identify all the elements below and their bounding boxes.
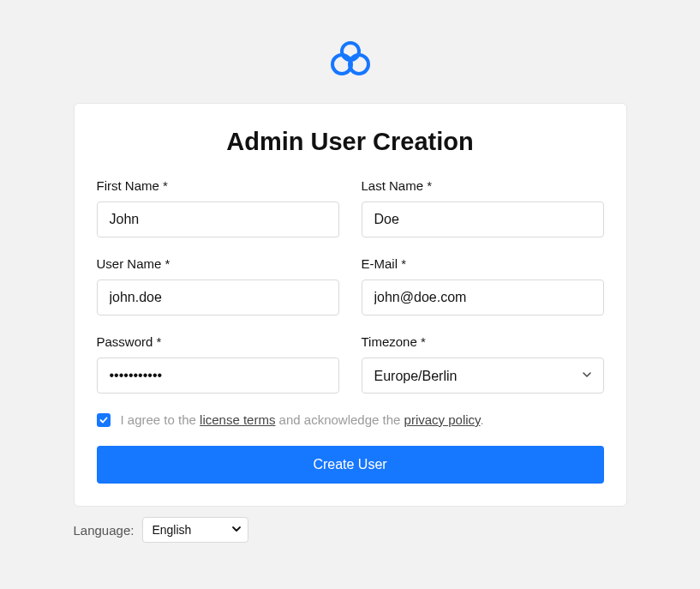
agreement-text: I agree to the license terms and acknowl… (121, 412, 484, 427)
cloud-logo-icon (326, 34, 374, 82)
agreement-checkbox[interactable] (97, 413, 111, 427)
page-title: Admin User Creation (97, 128, 604, 156)
timezone-label: Timezone * (362, 334, 604, 349)
last-name-input[interactable] (362, 201, 604, 237)
admin-user-creation-card: Admin User Creation First Name * Last Na… (74, 103, 627, 507)
email-label: E-Mail * (362, 256, 604, 271)
user-name-label: User Name * (97, 256, 339, 271)
license-terms-link[interactable]: license terms (200, 412, 275, 427)
last-name-label: Last Name * (362, 178, 604, 193)
agreement-prefix: I agree to the (121, 412, 200, 427)
password-label: Password * (97, 334, 339, 349)
language-select[interactable]: English (142, 517, 248, 543)
first-name-label: First Name * (97, 178, 339, 193)
privacy-policy-link[interactable]: privacy policy (404, 412, 481, 427)
email-input[interactable] (362, 279, 604, 316)
create-user-button[interactable]: Create User (97, 446, 604, 484)
language-label: Language: (74, 523, 135, 538)
agreement-middle: and acknowledge the (275, 412, 404, 427)
user-name-input[interactable] (97, 279, 339, 316)
agreement-suffix: . (480, 412, 483, 427)
password-input[interactable] (97, 358, 339, 394)
first-name-input[interactable] (97, 201, 339, 237)
timezone-select[interactable]: Europe/Berlin (362, 358, 604, 394)
